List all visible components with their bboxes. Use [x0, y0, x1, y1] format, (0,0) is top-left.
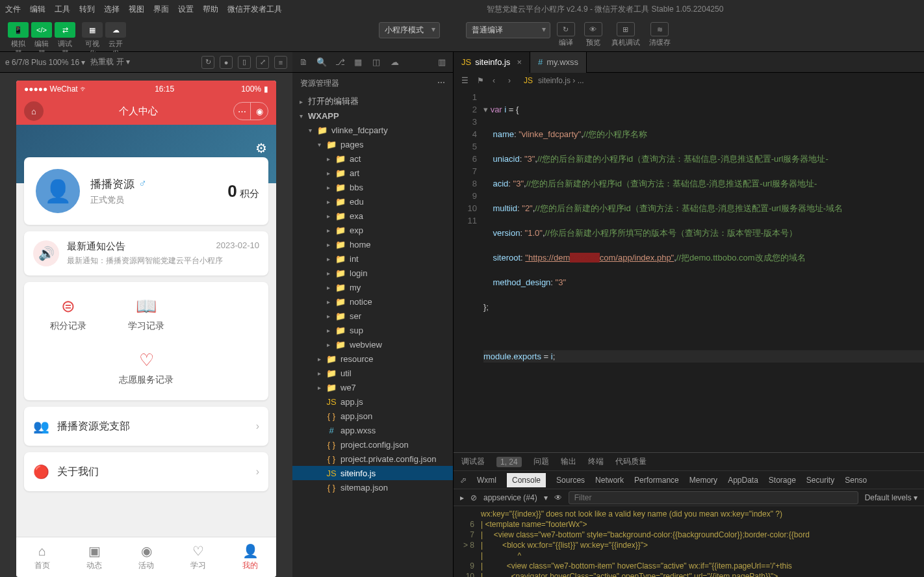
compile-button[interactable]: ↻编译 — [557, 22, 575, 47]
tree-folder[interactable]: ▸📁exa — [292, 209, 453, 223]
panel-tab-debugger[interactable]: 调试器 — [461, 456, 485, 467]
list-item[interactable]: 🔴 关于我们 › — [24, 452, 268, 491]
more-icon[interactable]: ⋯ — [437, 78, 445, 89]
devtab-appdata[interactable]: AppData — [728, 476, 758, 485]
tree-file[interactable]: #app.wxss — [292, 423, 453, 437]
panel-tab-terminal[interactable]: 终端 — [588, 456, 604, 467]
tree-file[interactable]: { }app.json — [292, 409, 453, 423]
tree-file[interactable]: { }project.private.config.json — [292, 452, 453, 466]
tree-file[interactable]: { }sitemap.json — [292, 480, 453, 494]
tree-folder[interactable]: ▸📁ser — [292, 309, 453, 323]
editor-toggle[interactable]: </> — [31, 22, 52, 38]
devtab-console[interactable]: Console — [507, 473, 546, 487]
grid-item[interactable]: ⊜积分记录 — [29, 287, 107, 341]
avatar[interactable]: 👤 — [33, 166, 83, 216]
menu-item[interactable]: 选择 — [104, 4, 120, 15]
close-icon[interactable]: × — [517, 57, 522, 67]
code-editor[interactable]: 1234567891011 ▾ var i = { name: "vlinke_… — [454, 88, 924, 452]
tab-mine[interactable]: 👤我的 — [224, 537, 276, 577]
tree-folder[interactable]: ▸📁art — [292, 166, 453, 180]
menu-item[interactable]: 设置 — [178, 4, 194, 15]
tree-folder[interactable]: ▸📁resource — [292, 352, 453, 366]
tab-learn[interactable]: ♡学习 — [172, 537, 224, 577]
devtab-security[interactable]: Security — [806, 476, 834, 485]
tree-file[interactable]: JSapp.js — [292, 394, 453, 409]
split-icon[interactable]: ▥ — [436, 57, 448, 68]
nav-fwd-icon[interactable]: › — [508, 76, 519, 85]
grid-item[interactable]: 📖学习记录 — [107, 287, 185, 341]
devtab-storage[interactable]: Storage — [769, 476, 796, 485]
eye-icon[interactable]: 👁 — [554, 493, 562, 502]
simulator-toggle[interactable]: 📱 — [8, 22, 29, 38]
devtab-memory[interactable]: Memory — [689, 476, 717, 485]
grid-item[interactable]: ♡志愿服务记录 — [29, 341, 263, 395]
tree-folder[interactable]: ▸📁webview — [292, 337, 453, 352]
menu-item[interactable]: 微信开发者工具 — [227, 4, 282, 15]
tree-folder[interactable]: ▸📁sup — [292, 323, 453, 337]
outline-icon[interactable]: ☰ — [461, 76, 472, 85]
menu-item[interactable]: 工具 — [55, 4, 70, 15]
tree-folder[interactable]: ▸📁home — [292, 237, 453, 251]
tree-folder[interactable]: ▸📁edu — [292, 194, 453, 209]
devtab-performance[interactable]: Performance — [634, 476, 679, 485]
tab-feed[interactable]: ▣动态 — [68, 537, 120, 577]
tree-folder[interactable]: ▸📁my — [292, 280, 453, 294]
preview-button[interactable]: 👁预览 — [584, 22, 602, 47]
devtab-network[interactable]: Network — [595, 476, 624, 485]
levels-select[interactable]: Default levels ▾ — [865, 493, 918, 502]
remote-debug-button[interactable]: ⊞真机调试 — [611, 22, 640, 47]
menu-item[interactable]: 编辑 — [30, 4, 45, 15]
section-project[interactable]: ▾WXAPP — [292, 109, 453, 123]
device-icon[interactable]: ▯ — [238, 56, 251, 69]
section-open-editors[interactable]: ▸打开的编辑器 — [292, 94, 453, 109]
files-icon[interactable]: 🗎 — [298, 57, 309, 68]
refresh-icon[interactable]: ↻ — [201, 56, 214, 69]
cloud-icon[interactable]: ☁ — [389, 57, 400, 68]
menu-item[interactable]: 视图 — [129, 4, 144, 15]
tab-activity[interactable]: ◉活动 — [120, 537, 172, 577]
tree-folder[interactable]: ▸📁exp — [292, 223, 453, 237]
menu-item[interactable]: 文件 — [5, 4, 21, 15]
tree-file[interactable]: { }project.config.json — [292, 437, 453, 452]
extensions-icon[interactable]: ▦ — [352, 57, 364, 68]
menu-item[interactable]: 界面 — [153, 4, 169, 15]
compile-select[interactable]: 普通编译 — [466, 22, 550, 38]
tree-file[interactable]: JSsiteinfo.js — [292, 466, 453, 480]
debugger-toggle[interactable]: ⇄ — [55, 22, 75, 38]
tree-folder[interactable]: ▸📁act — [292, 151, 453, 166]
bookmark-icon[interactable]: ⚑ — [477, 76, 487, 85]
clear-cache-button[interactable]: ≋清缓存 — [649, 22, 671, 47]
home-icon[interactable]: ⌂ — [24, 101, 44, 121]
filter-input[interactable] — [569, 491, 858, 504]
rotate-icon[interactable]: ⤢ — [256, 56, 269, 69]
search-icon[interactable]: 🔍 — [316, 57, 327, 68]
devtab-sources[interactable]: Sources — [556, 476, 585, 485]
mode-select[interactable]: 小程序模式 — [379, 22, 440, 38]
tab-home[interactable]: ⌂首页 — [16, 537, 68, 577]
tree-folder[interactable]: ▾📁vlinke_fdcparty — [292, 123, 453, 137]
inspect-icon[interactable]: ⬀ — [460, 476, 467, 485]
device-select[interactable]: e 6/7/8 Plus 100% 16 ▾ — [5, 58, 85, 67]
gear-icon[interactable]: ⚙ — [255, 140, 267, 156]
devtab-sensor[interactable]: Senso — [845, 476, 867, 485]
tree-folder[interactable]: ▸📁util — [292, 366, 453, 380]
list-item[interactable]: 👥 播播资源党支部 › — [24, 407, 268, 446]
editor-tab[interactable]: #my.wxss — [530, 52, 587, 73]
notice-card[interactable]: 🔊 最新通知公告 2023-02-10 最新通知：播播资源网智能党建云平台小程序 — [24, 231, 268, 276]
context-select[interactable]: appservice (#4) — [483, 493, 537, 502]
devtab-wxml[interactable]: Wxml — [477, 476, 496, 485]
panel-tab-quality[interactable]: 代码质量 — [615, 456, 647, 467]
sidebar-icon[interactable]: ▸ — [460, 493, 464, 502]
tree-folder[interactable]: ▸📁int — [292, 251, 453, 266]
menu-icon[interactable]: ⋯ — [234, 103, 251, 120]
cloud-button[interactable]: ☁ — [105, 22, 126, 38]
editor-tab[interactable]: JSsiteinfo.js× — [454, 52, 530, 73]
menu-item[interactable]: 帮助 — [203, 4, 218, 15]
tree-folder[interactable]: ▾📁pages — [292, 137, 453, 151]
close-icon[interactable]: ◉ — [251, 103, 268, 120]
box-icon[interactable]: ◫ — [370, 57, 382, 68]
panel-tab-problems[interactable]: 问题 — [533, 456, 549, 467]
branch-icon[interactable]: ⎇ — [334, 57, 346, 68]
tree-folder[interactable]: ▸📁notice — [292, 294, 453, 309]
panel-tab-output[interactable]: 输出 — [561, 456, 576, 467]
